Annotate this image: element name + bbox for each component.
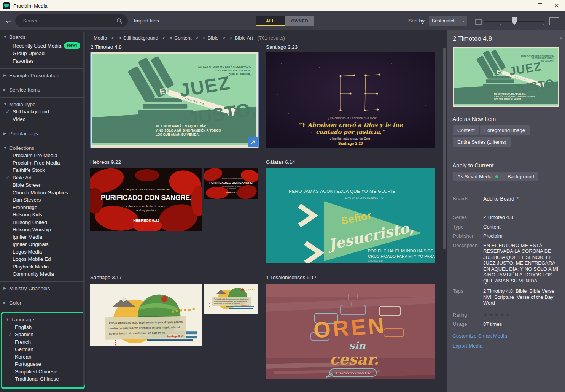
sidebar-item-community-media[interactable]: Community Media (0, 271, 84, 278)
as-smart-media-button[interactable]: As Smart Media (453, 172, 503, 181)
minimize-button[interactable] (514, 0, 532, 11)
filter-chip-bible[interactable]: ✕Bible (202, 35, 218, 41)
sidebar-section-service-items[interactable]: ▶Service Items (0, 86, 84, 94)
svg-text:Santiago 3:17: Santiago 3:17 (241, 305, 249, 306)
sidebar-item-traditional-chinese[interactable]: Traditional Chinese (2, 376, 84, 383)
maximize-button[interactable] (531, 0, 549, 11)
sidebar-item-hillsong-united[interactable]: Hillsong United (0, 219, 84, 226)
search-box[interactable] (15, 14, 128, 27)
maximize-icon (538, 3, 542, 8)
svg-text:EL: EL (496, 68, 504, 75)
sidebar-section-color[interactable]: ▶Color (0, 299, 84, 307)
series-value: 2 Timoteo 4.8 (483, 214, 560, 221)
import-files-button[interactable]: Import files... (134, 18, 163, 24)
zoom-out-icon[interactable] (475, 19, 482, 25)
sidebar-section-language[interactable]: ▼Language (2, 316, 84, 324)
grid-scrollbar[interactable] (443, 48, 446, 249)
breadcrumb: Media > ✕Still background > ✕Content > ✕… (94, 35, 285, 41)
media-thumbnail-galatas[interactable]: PERO JAMÁS ACONTEZCA QUE YO ME GLORÍE, S… (266, 168, 435, 263)
sidebar-section-popular-tags[interactable]: ▶Popular tags (0, 130, 84, 138)
sidebar-item-bible-art[interactable]: ✓Bible Art (0, 174, 84, 182)
media-thumbnail-santiago-3-17[interactable]: Pero la sabiduría de lo alto es primeram… (90, 284, 202, 346)
panel-scroll-up-icon[interactable]: ▲ (559, 36, 563, 40)
svg-text:HEBREOS 9:22: HEBREOS 9:22 (133, 218, 159, 222)
customize-smart-media-link[interactable]: Customize Smart Media (452, 333, 507, 339)
sidebar-item-logos-mobile-ed[interactable]: Logos Mobile Ed (0, 256, 84, 263)
sidebar-item-bible-screen[interactable]: Bible Screen (0, 182, 84, 189)
check-icon: ✓ (8, 332, 12, 338)
rating-stars[interactable]: ★★★★★ (483, 312, 560, 318)
remove-filter-icon[interactable]: ✕ (118, 36, 121, 40)
search-input[interactable] (15, 18, 116, 24)
expanded-arrow-icon: ▼ (6, 317, 9, 321)
add-to-board-dropdown[interactable]: Add to Board (483, 196, 514, 202)
zoom-in-icon[interactable] (549, 17, 559, 25)
sidebar-item-hillsong-kids[interactable]: Hillsong Kids (0, 211, 84, 219)
sidebar-item-english[interactable]: English (2, 324, 84, 331)
svg-text:EL: EL (159, 86, 171, 97)
media-thumbnail-hebreos[interactable]: Y según la Ley, casi todo ha de ser PURI… (90, 168, 202, 231)
back-button[interactable]: ← (2, 14, 15, 27)
media-thumbnail-santiago-2-23[interactable]: ... y se cumplió la Escritura que dice: … (266, 52, 435, 148)
close-button[interactable]: ✕ (548, 0, 565, 11)
media-thumbnail-tesalonicenses[interactable]: OREN sin cesar. 1 TESALONICENSES 5:17 (266, 284, 435, 379)
slider-tick (543, 24, 544, 25)
svg-text:LA CORONA DE JUSTICIA: LA CORONA DE JUSTICIA (215, 69, 251, 72)
sidebar-item-igniter-originals[interactable]: Igniter Originals (0, 241, 84, 249)
sidebar-item-favorites[interactable]: Favorites (0, 57, 84, 65)
breadcrumb-root[interactable]: Media (94, 35, 107, 41)
sidebar-item-recently-used-media[interactable]: Recently Used MediaNew! (0, 41, 84, 50)
foreground-image-button[interactable]: Foreground Image (480, 125, 530, 135)
sidebar-item-still-background[interactable]: ✓Still background (0, 108, 84, 116)
sidebar-item-portuguese[interactable]: Portuguese (2, 361, 84, 368)
expand-icon[interactable]: ↗ (248, 137, 258, 147)
background-button[interactable]: Background (503, 172, 538, 181)
sidebar-item-german[interactable]: German (2, 346, 84, 354)
sidebar-item-igniter-media[interactable]: Igniter Media (0, 233, 84, 241)
content-button[interactable]: Content (453, 125, 479, 135)
export-media-link[interactable]: Export Media (452, 343, 507, 349)
sidebar-scrollbar[interactable] (83, 32, 85, 386)
sidebar-item-french[interactable]: French (2, 338, 84, 346)
sidebar-item-hillsong-worship[interactable]: Hillsong Worship (0, 226, 84, 234)
sidebar-section-media-type[interactable]: ▼Media Type (0, 100, 84, 108)
sidebar-item-group-upload[interactable]: Group Upload (0, 50, 84, 58)
filter-chip-bible-art[interactable]: ✕Bible Art (229, 35, 253, 41)
svg-text:PURIFICADO... CON SANGRE;: PURIFICADO... CON SANGRE; (209, 181, 253, 184)
sidebar-section-collections[interactable]: ▼Collections (0, 144, 84, 152)
media-thumbnail-hebreos-variant[interactable]: Y según la Ley, casi todo ha de ser PURI… (204, 168, 258, 199)
sidebar-item-video[interactable]: Video (0, 116, 84, 123)
sidebar-item-proclaim-pro-media[interactable]: Proclaim Pro Media (0, 152, 84, 160)
description-label: Description (453, 243, 483, 284)
sidebar-item-korean[interactable]: Korean (2, 353, 84, 361)
sidebar-item-playback-media[interactable]: Playback Media (0, 263, 84, 271)
sidebar-item-simplified-chinese[interactable]: Simplified Chinese (2, 368, 84, 376)
sidebar-item-proclaim-free-media[interactable]: Proclaim Free Media (0, 159, 84, 167)
remove-filter-icon[interactable]: ✕ (202, 36, 206, 40)
sidebar-item-dan-stevers[interactable]: Dan Stevers (0, 197, 84, 204)
filter-chip-content[interactable]: ✕Content (169, 35, 192, 41)
publisher-label: Publisher (453, 233, 483, 239)
sidebar-section-ministry-channels[interactable]: ▶Ministry Channels (0, 284, 84, 292)
svg-text:Pero la sabiduría de lo alto e: Pero la sabiduría de lo alto es primeram… (214, 298, 249, 300)
filter-chip-still-background[interactable]: ✕Still background (118, 35, 158, 41)
svg-text:no hay perdón.: no hay perdón. (136, 209, 156, 212)
tab-owned[interactable]: OWNED (285, 16, 314, 26)
media-thumbnail-santiago-3-17-variant[interactable]: Pero la sabiduría de lo alto es primeram… (204, 284, 258, 314)
sidebar-item-faithlife-stock[interactable]: Faithlife Stock (0, 167, 84, 175)
sidebar-item-spanish[interactable]: ✓Spanish (2, 331, 84, 339)
expanded-arrow-icon: ▼ (3, 102, 7, 106)
svg-text:SINO EN LA CRUZ DE NUESTRO: SINO EN LA CRUZ DE NUESTRO (345, 197, 383, 199)
sort-dropdown[interactable]: Best match ▾ (429, 16, 467, 26)
sidebar-item-freebridge[interactable]: Freebridge (0, 204, 84, 211)
sidebar-section-example-presentation[interactable]: ▶Example Presentation (0, 71, 84, 79)
sidebar-item-church-motion-graphics[interactable]: Church Motion Graphics (0, 189, 84, 197)
sidebar-item-logos-media[interactable]: Logos Media (0, 248, 84, 256)
media-thumbnail-2-timoteo[interactable]: 2 TIMOTEO 4:8 EN EL FUTURO ME ESTÁ RESER… (90, 52, 259, 148)
entire-series-button[interactable]: Entire Series (1 items) (453, 137, 511, 147)
detail-preview-thumbnail[interactable]: 2 TIMOTEO 4:8 EN EL FUTURO ME ESTÁ RESER… (453, 47, 559, 107)
remove-filter-icon[interactable]: ✕ (229, 36, 233, 40)
remove-filter-icon[interactable]: ✕ (169, 36, 173, 40)
tab-all[interactable]: ALL (256, 16, 285, 26)
sidebar-section-boards[interactable]: ▼Boards (0, 33, 84, 41)
